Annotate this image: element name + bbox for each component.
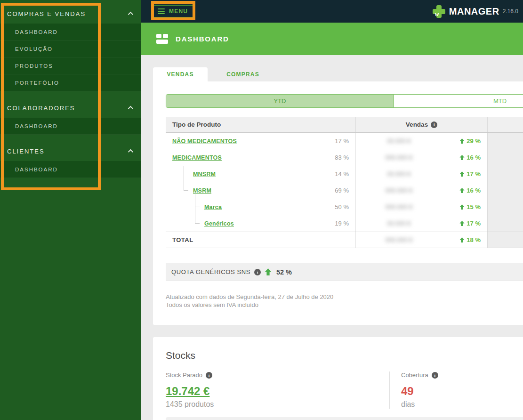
share-percent: 83 % [335,154,355,161]
table-row: Genéricos 19 % 00.000 € 17 % [166,215,523,232]
stocks-card: Stocks Stock Parado 19.742 € 1435 produt… [153,337,523,420]
dashboard-grid-icon [156,34,169,44]
delta-badge: 16 % [442,187,487,194]
toggle-mtd[interactable]: MTD [394,95,523,107]
sales-value-masked: 00.000 € [356,170,442,178]
toggle-ytd[interactable]: YTD [166,95,394,107]
stat-label: Stock Parado [166,372,202,379]
product-link[interactable]: MSRM [193,187,211,194]
sales-table: Tipo de Produto Vendas NÃO MEDICAMENTOS … [166,117,523,248]
info-icon[interactable] [431,121,437,128]
tab-vendas[interactable]: VENDAS [153,67,208,81]
app-logo: w MANAGER 2.16.0 [433,5,518,18]
info-icon[interactable] [432,372,438,379]
app-version: 2.16.0 [503,8,518,15]
brand-name: MANAGER [449,6,499,17]
next-section-band [166,417,523,420]
up-arrow-icon [459,221,465,226]
delta-value: 16 % [467,154,481,161]
sales-value-masked: 00.000 € [356,220,442,227]
pharmacy-cross-icon: w [433,5,445,18]
sales-value-masked: 000.000 € [356,154,442,161]
chevron-up-icon [128,106,133,111]
table-row: NÃO MEDICAMENTOS 17 % 00.000 € 29 % [166,133,523,149]
delta-value: 16 % [467,187,481,194]
tree-line [184,182,184,190]
share-percent: 17 % [335,137,355,145]
table-row: MSRM 69 % 000.000 € 16 % [166,182,523,199]
table-row: Marca 50 % 000.000 € 15 % [166,199,523,215]
period-toggle: YTD MTD [166,94,523,108]
quota-label: QUOTA GENÉRICOS SNS [171,268,250,275]
tree-line [195,190,195,199]
vat-note: Todos os valores sem IVA incluído [166,301,523,309]
table-row: MEDICAMENTOS 83 % 000.000 € 16 % [166,149,523,166]
top-bar: MENU w MANAGER 2.16.0 [141,0,523,23]
delta-badge: 16 % [442,154,487,161]
delta-badge: 17 % [442,220,487,227]
delta-badge: 17 % [442,170,487,178]
product-link[interactable]: MEDICAMENTOS [172,154,222,161]
sales-value-masked: 000.000 € [356,187,442,194]
annotation-box-sidebar [1,3,101,190]
delta-value: 17 % [467,220,481,227]
delta-value: 17 % [467,170,481,178]
delta-value: 15 % [467,203,481,210]
cobertura-value: 49 [401,385,523,398]
tree-line [195,223,200,224]
cobertura-sub: dias [401,400,523,409]
product-link[interactable]: MNSRM [193,171,216,178]
page-header-band: DASHBOARD [141,23,523,55]
annotation-box-menu-button [151,1,195,20]
delta-value: 18 % [467,236,481,243]
stock-parado-value-link[interactable]: 19.742 € [166,385,389,398]
stock-parado-sub: 1435 produtos [166,400,389,409]
delta-value: 29 % [467,137,481,145]
tree-line [184,174,188,174]
brand-initial: w [435,10,439,18]
share-percent: 69 % [335,187,355,194]
share-percent: 19 % [335,220,355,227]
sales-value-masked: 000.000 € [356,236,442,243]
delta-badge: 15 % [442,203,487,210]
chevron-up-icon [128,12,133,17]
tab-compras[interactable]: COMPRAS [208,67,278,81]
updated-date-note: Atualizado com dados de Segunda-feira, 2… [166,293,523,301]
quota-genericos-band: QUOTA GENÉRICOS SNS 52 % [166,263,523,281]
table-row: MNSRM 14 % 00.000 € 17 % [166,166,523,182]
up-arrow-icon [459,204,465,210]
product-link[interactable]: NÃO MEDICAMENTOS [172,138,237,145]
tab-bar: VENDAS COMPRAS [153,67,278,81]
stat-stock-parado: Stock Parado 19.742 € 1435 produtos [166,372,390,409]
sales-value-masked: 000.000 € [356,203,442,210]
delta-badge: 18 % [442,236,487,243]
up-arrow-icon [459,138,465,144]
toggle-label: YTD [274,97,286,105]
stocks-title: Stocks [166,350,523,361]
page-title: DASHBOARD [176,35,229,43]
total-label: TOTAL [172,236,193,243]
tree-line [195,215,195,223]
tab-label: VENDAS [167,71,193,78]
delta-badge: 29 % [442,137,487,145]
product-link[interactable]: Marca [204,204,222,210]
column-header-product: Tipo de Produto [172,121,221,128]
up-arrow-icon [265,268,272,275]
table-row-total: TOTAL 000.000 € 18 % [166,232,523,248]
sales-value-masked: 00.000 € [356,137,442,145]
up-arrow-icon [459,237,465,242]
footnotes: Atualizado com dados de Segunda-feira, 2… [166,293,523,309]
up-arrow-icon [459,155,465,160]
stocks-stats: Stock Parado 19.742 € 1435 produtos Cobe… [166,372,523,409]
up-arrow-icon [459,188,465,193]
info-icon[interactable] [254,269,261,275]
stat-label: Cobertura [401,372,428,379]
product-link[interactable]: Genéricos [204,220,234,227]
tree-line [184,190,188,191]
info-icon[interactable] [206,372,212,379]
up-arrow-icon [459,171,465,177]
chevron-up-icon [128,149,133,154]
toggle-label: MTD [493,97,507,105]
table-header: Tipo de Produto Vendas [166,117,523,133]
tree-line [195,207,200,207]
